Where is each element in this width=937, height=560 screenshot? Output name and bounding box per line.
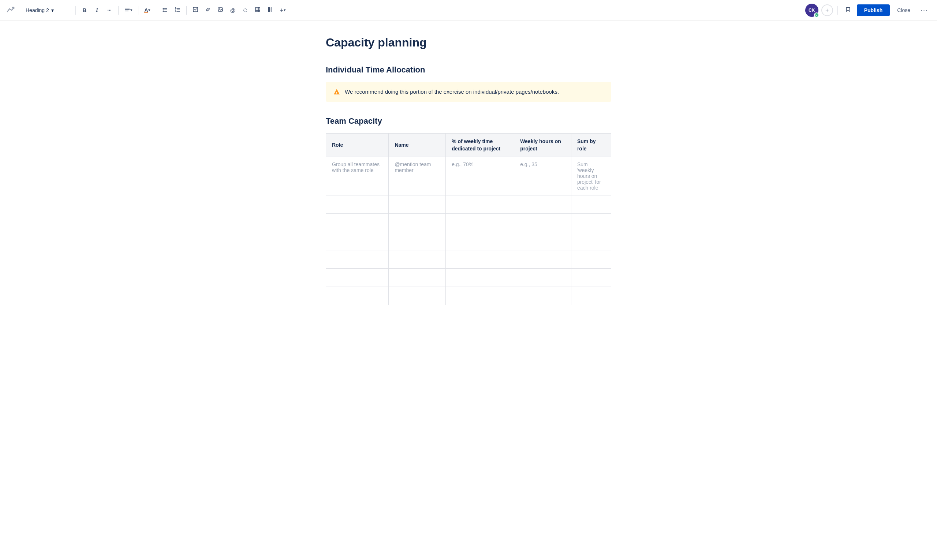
table-row[interactable] — [326, 269, 611, 287]
table-icon — [255, 6, 261, 14]
table-row[interactable]: Group all teammates with the same role@m… — [326, 157, 611, 195]
cell-pct-0[interactable]: e.g., 70% — [446, 157, 514, 195]
layout-button[interactable] — [264, 5, 276, 16]
bold-icon: B — [83, 7, 87, 13]
col-header-role: Role — [326, 134, 389, 157]
cell-role-3[interactable] — [326, 232, 389, 250]
close-button[interactable]: Close — [893, 5, 915, 15]
cell-sum-6[interactable] — [571, 287, 611, 305]
cell-hrs-3[interactable] — [514, 232, 571, 250]
cell-hrs-6[interactable] — [514, 287, 571, 305]
page-title[interactable]: Capacity planning — [326, 35, 611, 51]
svg-text:!: ! — [336, 91, 337, 94]
bold-button[interactable]: B — [79, 5, 91, 16]
app-logo[interactable] — [6, 5, 16, 16]
cell-name-5[interactable] — [389, 269, 446, 287]
cell-sum-5[interactable] — [571, 269, 611, 287]
col-header-hrs: Weekly hours on project — [514, 134, 571, 157]
cell-pct-5[interactable] — [446, 269, 514, 287]
task-list-button[interactable] — [189, 5, 201, 16]
more-options-button[interactable]: ··· — [918, 4, 931, 16]
mention-icon: @ — [230, 7, 236, 13]
team-section-heading[interactable]: Team Capacity — [326, 116, 611, 126]
cell-role-6[interactable] — [326, 287, 389, 305]
emoji-button[interactable]: ☺ — [239, 5, 251, 16]
cell-name-3[interactable] — [389, 232, 446, 250]
col-header-pct: % of weekly time dedicated to project — [446, 134, 514, 157]
add-content-button[interactable]: + ▾ — [277, 5, 288, 16]
cell-name-2[interactable] — [389, 214, 446, 232]
cell-sum-0[interactable]: Sum 'weekly hours on project' for each r… — [571, 157, 611, 195]
svg-rect-18 — [255, 7, 260, 12]
text-color-button[interactable]: A ▾ — [141, 5, 153, 16]
format-buttons: B I ··· — [79, 5, 115, 16]
cell-pct-3[interactable] — [446, 232, 514, 250]
insert-buttons: @ ☺ + — [189, 5, 288, 16]
svg-rect-23 — [268, 7, 270, 12]
table-row[interactable] — [326, 195, 611, 214]
ordered-list-icon: 1. 2. 3. — [175, 6, 180, 14]
cell-pct-4[interactable] — [446, 250, 514, 269]
image-button[interactable] — [214, 5, 226, 16]
cell-sum-3[interactable] — [571, 232, 611, 250]
emoji-icon: ☺ — [242, 7, 248, 14]
table-row[interactable] — [326, 214, 611, 232]
cell-hrs-5[interactable] — [514, 269, 571, 287]
ordered-list-button[interactable]: 1. 2. 3. — [172, 5, 183, 16]
cell-hrs-4[interactable] — [514, 250, 571, 269]
table-header-row: Role Name % of weekly time dedicated to … — [326, 134, 611, 157]
user-avatar[interactable]: CK C — [805, 4, 819, 17]
toolbar-divider-5 — [186, 6, 187, 15]
cell-hrs-0[interactable]: e.g., 35 — [514, 157, 571, 195]
heading-style-label: Heading 2 — [26, 7, 49, 13]
table-button[interactable] — [252, 5, 263, 16]
avatar-badge: C — [814, 12, 819, 18]
cell-name-4[interactable] — [389, 250, 446, 269]
bullet-list-icon — [162, 6, 168, 14]
align-icon — [125, 6, 130, 14]
cell-role-2[interactable] — [326, 214, 389, 232]
cell-pct-1[interactable] — [446, 195, 514, 214]
svg-point-17 — [219, 8, 220, 9]
page-content: Capacity planning Individual Time Alloca… — [304, 20, 633, 335]
col-header-sum: Sum by role — [571, 134, 611, 157]
cell-role-4[interactable] — [326, 250, 389, 269]
warning-text: We recommend doing this portion of the e… — [345, 88, 559, 96]
cell-hrs-1[interactable] — [514, 195, 571, 214]
cell-hrs-2[interactable] — [514, 214, 571, 232]
link-button[interactable] — [202, 5, 214, 16]
avatar-initials: CK — [809, 8, 815, 13]
table-row[interactable] — [326, 250, 611, 269]
cell-name-0[interactable]: @mention team member — [389, 157, 446, 195]
save-to-space-button[interactable] — [842, 5, 854, 16]
heading-style-selector[interactable]: Heading 2 ▾ — [22, 5, 69, 15]
cell-role-0[interactable]: Group all teammates with the same role — [326, 157, 389, 195]
cell-sum-1[interactable] — [571, 195, 611, 214]
more-format-icon: ··· — [107, 7, 112, 13]
col-header-name: Name — [389, 134, 446, 157]
individual-section-heading[interactable]: Individual Time Allocation — [326, 65, 611, 75]
cell-name-6[interactable] — [389, 287, 446, 305]
cell-sum-2[interactable] — [571, 214, 611, 232]
warning-callout: ! We recommend doing this portion of the… — [326, 82, 611, 102]
mention-button[interactable]: @ — [227, 5, 238, 16]
list-buttons: 1. 2. 3. — [159, 5, 183, 16]
cell-pct-6[interactable] — [446, 287, 514, 305]
publish-button[interactable]: Publish — [857, 5, 890, 16]
italic-button[interactable]: I — [91, 5, 103, 16]
cell-name-1[interactable] — [389, 195, 446, 214]
cell-pct-2[interactable] — [446, 214, 514, 232]
link-icon — [205, 6, 211, 14]
svg-point-5 — [163, 9, 164, 11]
alignment-button[interactable]: ▾ — [122, 5, 135, 16]
cell-role-5[interactable] — [326, 269, 389, 287]
toolbar-divider-3 — [138, 6, 138, 15]
cell-role-1[interactable] — [326, 195, 389, 214]
more-format-button[interactable]: ··· — [103, 5, 115, 16]
table-row[interactable] — [326, 232, 611, 250]
bullet-list-button[interactable] — [159, 5, 171, 16]
layout-icon — [267, 6, 273, 14]
table-row[interactable] — [326, 287, 611, 305]
cell-sum-4[interactable] — [571, 250, 611, 269]
add-collaborator-button[interactable]: + — [822, 5, 833, 16]
